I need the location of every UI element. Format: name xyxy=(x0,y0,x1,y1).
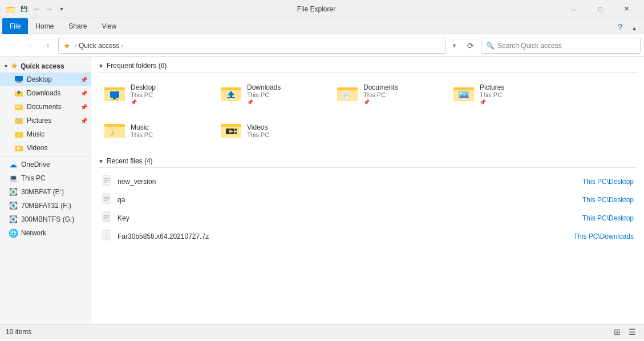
videos-icon xyxy=(14,143,24,153)
sidebar-item-music[interactable]: ♪ Music xyxy=(0,127,91,141)
sidebar-item-30mbfat[interactable]: 💽 30MBFAT (E:) xyxy=(0,185,91,199)
svg-rect-4 xyxy=(15,76,23,81)
recent-files-label: Recent files xyxy=(107,157,143,165)
chevron-down-icon: ▼ xyxy=(98,63,104,69)
search-input[interactable] xyxy=(497,42,635,50)
svg-rect-57 xyxy=(234,132,237,134)
sidebar-30mbfat-label: 30MBFAT (E:) xyxy=(21,188,64,196)
svg-rect-13 xyxy=(16,106,21,107)
pictures-folder-name: Pictures xyxy=(480,83,504,91)
breadcrumb-quick-access[interactable]: Quick access xyxy=(79,42,119,50)
file-location-key: This PC\Desktop xyxy=(582,214,634,222)
back-button[interactable]: ← xyxy=(3,38,19,54)
refresh-button[interactable]: ⟳ xyxy=(463,38,479,54)
sidebar-item-desktop[interactable]: Desktop 📌 xyxy=(0,73,91,86)
music-folder-info: Music This PC xyxy=(131,123,153,138)
desktop-icon xyxy=(14,74,24,85)
documents-folder-icon xyxy=(336,83,359,106)
quick-access-toolbar: 💾 ↩ ↪ ▼ xyxy=(18,3,67,15)
search-box[interactable]: 🔍 xyxy=(481,38,641,54)
pictures-folder-icon xyxy=(452,83,475,106)
tab-view[interactable]: View xyxy=(94,18,124,34)
quick-access-header[interactable]: ▼ ★ Quick access xyxy=(0,59,91,73)
folder-tile-downloads[interactable]: Downloads This PC 📌 xyxy=(214,77,329,111)
file-row-far30b[interactable]: Far30b5858.x64.20210727.7z This PC\Downl… xyxy=(98,227,637,246)
desktop-folder-sub: This PC xyxy=(131,91,156,98)
pin-icon: 📌 xyxy=(480,99,504,105)
help-button[interactable]: ? xyxy=(613,20,627,34)
sidebar-videos-label: Videos xyxy=(27,144,47,152)
sidebar-item-videos[interactable]: Videos xyxy=(0,141,91,155)
sidebar-item-network[interactable]: 🌐 Network xyxy=(0,226,91,240)
pin-icon: 📌 xyxy=(247,99,281,105)
qa-dropdown-btn[interactable]: ▼ xyxy=(56,3,67,15)
drive-icon-2: 💽 xyxy=(8,200,18,211)
sidebar-item-thispc[interactable]: 💻 This PC xyxy=(0,171,91,185)
svg-rect-49 xyxy=(104,127,125,138)
folder-tile-pictures[interactable]: Pictures This PC 📌 xyxy=(447,77,561,111)
sidebar-item-onedrive[interactable]: ☁ OneDrive xyxy=(0,158,91,171)
file-row-key[interactable]: Key This PC\Desktop xyxy=(98,209,637,227)
forward-button[interactable]: → xyxy=(22,38,38,54)
svg-rect-12 xyxy=(15,105,18,106)
svg-rect-10 xyxy=(18,93,19,94)
sidebar-70mbfat32-label: 70MBFAT32 (F:) xyxy=(21,202,71,210)
sidebar-divider xyxy=(0,156,91,157)
chevron-down-icon: ▼ xyxy=(3,63,9,69)
qa-save-btn[interactable]: 💾 xyxy=(18,3,30,15)
content-area: ▼ Frequent folders (6) xyxy=(91,57,644,324)
svg-rect-14 xyxy=(16,107,19,108)
folder-tile-documents[interactable]: Documents This PC 📌 xyxy=(331,77,445,111)
address-dropdown-button[interactable]: ▾ xyxy=(448,38,460,54)
address-box[interactable]: ★ › Quick access › xyxy=(58,38,445,54)
statusbar-view-controls: ⊞ ☰ xyxy=(611,326,638,338)
minimize-button[interactable]: — xyxy=(561,0,587,18)
pictures-folder-sub: This PC xyxy=(480,91,504,98)
pin-icon: 📌 xyxy=(80,118,87,124)
sidebar-item-300mbntfs[interactable]: 💽 300MBNTFS (G:) xyxy=(0,212,91,226)
up-button[interactable]: ↑ xyxy=(40,38,56,54)
file-location-qa: This PC\Desktop xyxy=(582,196,634,204)
sidebar-music-label: Music xyxy=(27,130,44,138)
tab-share[interactable]: Share xyxy=(61,18,94,34)
statusbar: 10 items ⊞ ☰ xyxy=(0,324,644,339)
chevron-down-icon: ▼ xyxy=(98,158,104,165)
maximize-button[interactable]: □ xyxy=(587,0,613,18)
sidebar-300mbntfs-label: 300MBNTFS (G:) xyxy=(21,215,74,223)
folder-tile-music[interactable]: ♪ Music This PC xyxy=(98,114,212,148)
grid-view-button[interactable]: ⊞ xyxy=(611,326,623,338)
list-view-button[interactable]: ☰ xyxy=(626,326,638,338)
tab-home[interactable]: Home xyxy=(28,18,61,34)
qa-redo-btn[interactable]: ↪ xyxy=(43,3,55,15)
file-row-new-version[interactable]: new_version This PC\Desktop xyxy=(98,172,637,191)
sidebar-item-downloads[interactable]: Downloads 📌 xyxy=(0,86,91,100)
pin-icon: 📌 xyxy=(363,99,398,105)
music-folder-sub: This PC xyxy=(131,131,153,138)
svg-text:♪: ♪ xyxy=(17,133,19,138)
frequent-folders-header[interactable]: ▼ Frequent folders (6) xyxy=(98,62,637,73)
folder-tile-videos[interactable]: Videos This PC xyxy=(214,114,329,148)
frequent-folders-count: (6) xyxy=(159,62,167,70)
svg-point-46 xyxy=(460,92,462,94)
file-name-far30b: Far30b5858.x64.20210727.7z xyxy=(118,232,574,240)
recent-files-header[interactable]: ▼ Recent files (4) xyxy=(98,157,637,168)
desktop-folder-icon xyxy=(103,83,126,106)
doc-file-icon xyxy=(102,175,113,188)
videos-folder-info: Videos This PC xyxy=(247,123,269,138)
qa-undo-btn[interactable]: ↩ xyxy=(31,3,42,15)
folder-tile-desktop[interactable]: Desktop This PC 📌 xyxy=(98,77,212,111)
tab-file[interactable]: File xyxy=(2,18,28,34)
quick-access-star-icon: ★ xyxy=(11,62,18,70)
file-row-qa[interactable]: qa This PC\Desktop xyxy=(98,191,637,209)
collapse-ribbon-button[interactable]: ▲ xyxy=(627,23,642,34)
downloads-icon xyxy=(14,88,24,98)
sidebar-item-70mbfat32[interactable]: 💽 70MBFAT32 (F:) xyxy=(0,199,91,212)
quick-access-star-icon: ★ xyxy=(63,41,71,50)
sidebar-item-pictures[interactable]: Pictures 📌 xyxy=(0,114,91,127)
items-count: 10 items xyxy=(6,328,31,336)
svg-rect-1 xyxy=(6,8,14,13)
sidebar-documents-label: Documents xyxy=(27,103,62,111)
sidebar-item-documents[interactable]: Documents 📌 xyxy=(0,100,91,114)
svg-text:♪: ♪ xyxy=(110,128,115,138)
close-button[interactable]: ✕ xyxy=(613,0,639,18)
